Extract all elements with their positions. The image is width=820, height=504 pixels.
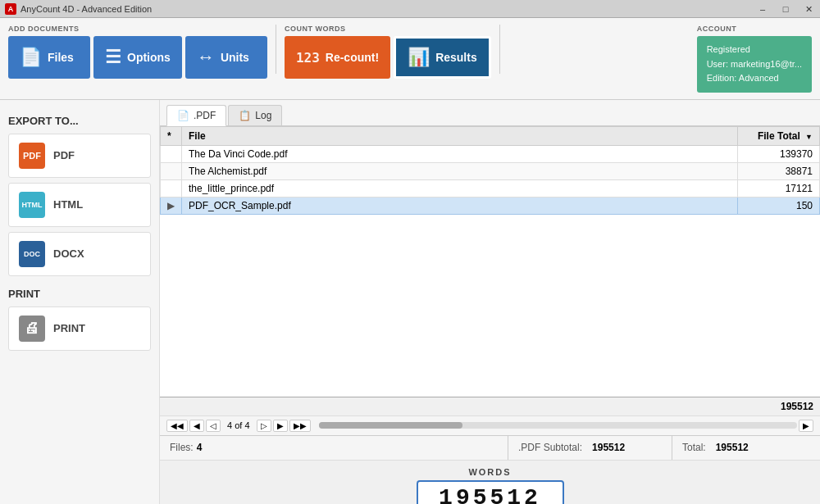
pdf-tab-icon: 📄 xyxy=(177,110,189,121)
row-file: The Da Vinci Code.pdf xyxy=(182,145,738,162)
export-section-title: EXPORT TO... xyxy=(8,115,151,127)
col-indicator: * xyxy=(161,126,182,145)
row-file: The Alchemist.pdf xyxy=(182,162,738,179)
tab-pdf[interactable]: 📄 .PDF xyxy=(166,105,226,126)
title-bar: A AnyCount 4D - Advanced Edition – □ ✕ xyxy=(0,0,820,18)
tab-log[interactable]: 📋 Log xyxy=(228,105,282,125)
html-icon-text: HTML xyxy=(22,201,43,209)
row-file-total: 150 xyxy=(738,197,820,214)
close-button[interactable]: ✕ xyxy=(797,0,820,18)
scrollbar-thumb xyxy=(319,422,462,429)
options-label: Options xyxy=(127,51,171,64)
log-tab-icon: 📋 xyxy=(239,110,251,121)
units-icon: ↔ xyxy=(197,47,215,68)
row-indicator xyxy=(161,145,182,162)
status-bar: Files: 4 .PDF Subtotal: 195512 Total: 19… xyxy=(160,435,820,460)
table-scroll[interactable]: * File File Total ▼ The Da Vinci Code.pd… xyxy=(160,126,820,397)
subtotal-label: .PDF Subtotal: xyxy=(518,442,582,453)
add-documents-label: ADD DOCUMENTS xyxy=(8,25,80,33)
account-registered: Registered xyxy=(707,43,802,57)
add-documents-buttons: 📄 Files ☰ Options ↔ Units xyxy=(8,36,267,79)
recount-button[interactable]: 123 Re-count! xyxy=(285,36,390,79)
sidebar: EXPORT TO... PDF PDF HTML HTML DOC DOCX … xyxy=(0,100,160,504)
log-tab-label: Log xyxy=(255,110,271,121)
add-documents-section: ADD DOCUMENTS 📄 Files ☰ Options ↔ Units xyxy=(8,25,267,79)
toolbar-separator-1 xyxy=(276,25,276,74)
page-first-button[interactable]: ◀◀ xyxy=(166,420,188,432)
page-info: 4 of 4 xyxy=(227,420,250,430)
toolbar-separator-2 xyxy=(499,25,500,74)
words-display: WORDS 195512 xyxy=(160,460,820,504)
row-file-total: 38871 xyxy=(738,162,820,179)
account-section: ACCOUNT Registered User: marketing16@tr.… xyxy=(697,25,812,93)
col-file-total[interactable]: File Total ▼ xyxy=(738,126,820,145)
account-box: Registered User: marketing16@tr... Editi… xyxy=(697,36,812,93)
scroll-right-button[interactable]: ▶ xyxy=(799,420,813,432)
files-label: Files xyxy=(48,51,74,64)
page-last-button[interactable]: ▶▶ xyxy=(289,420,311,432)
results-icon: 📊 xyxy=(408,47,430,68)
print-section-title: PRINT xyxy=(8,288,151,300)
results-button[interactable]: 📊 Results xyxy=(394,36,491,79)
total-label: Total: xyxy=(682,442,706,453)
recount-icon: 123 xyxy=(296,50,320,66)
pdf-label: PDF xyxy=(53,149,75,161)
horizontal-scrollbar[interactable] xyxy=(319,422,797,429)
options-icon: ☰ xyxy=(105,47,121,68)
pdf-icon-text: PDF xyxy=(23,151,41,161)
table-row[interactable]: The Alchemist.pdf 38871 xyxy=(161,162,820,179)
pdf-tab-label: .PDF xyxy=(194,110,216,121)
toolbar: ADD DOCUMENTS 📄 Files ☰ Options ↔ Units … xyxy=(0,18,820,100)
account-user: User: marketing16@tr... xyxy=(707,57,802,72)
docx-label: DOCX xyxy=(53,247,84,260)
table-container: * File File Total ▼ The Da Vinci Code.pd… xyxy=(160,126,820,435)
maximize-button[interactable]: □ xyxy=(774,0,797,18)
words-counter: 195512 xyxy=(417,480,564,504)
export-docx-button[interactable]: DOC DOCX xyxy=(8,232,151,276)
table-row[interactable]: the_little_prince.pdf 17121 xyxy=(161,179,820,197)
export-html-button[interactable]: HTML HTML xyxy=(8,183,151,227)
html-icon: HTML xyxy=(19,192,45,218)
options-button[interactable]: ☰ Options xyxy=(93,36,182,79)
count-words-buttons: 123 Re-count! 📊 Results xyxy=(285,36,491,79)
recount-label: Re-count! xyxy=(326,51,379,64)
table-row[interactable]: ▶ PDF_OCR_Sample.pdf 150 xyxy=(161,197,820,214)
print-label: PRINT xyxy=(53,322,85,334)
table-total-row: 195512 xyxy=(160,397,820,415)
minimize-button[interactable]: – xyxy=(751,0,774,18)
account-label: ACCOUNT xyxy=(697,25,737,33)
print-icon-text: 🖨 xyxy=(25,320,39,337)
main-area: EXPORT TO... PDF PDF HTML HTML DOC DOCX … xyxy=(0,100,820,504)
row-file-total: 17121 xyxy=(738,179,820,197)
row-indicator xyxy=(161,162,182,179)
pdf-icon: PDF xyxy=(19,143,45,169)
row-indicator xyxy=(161,179,182,197)
pagination-bar: ◀◀ ◀ ◁ 4 of 4 ▷ ▶ ▶▶ ▶ xyxy=(160,415,820,435)
files-label: Files: xyxy=(170,442,194,453)
count-words-label: COUNT WORDS xyxy=(285,25,346,33)
files-icon: 📄 xyxy=(20,47,42,68)
content-area: 📄 .PDF 📋 Log * File File Total ▼ xyxy=(160,100,820,504)
total-status: Total: 195512 xyxy=(672,436,820,460)
page-next-button[interactable]: ▷ xyxy=(257,420,271,432)
export-pdf-button[interactable]: PDF PDF xyxy=(8,134,151,178)
row-file: the_little_prince.pdf xyxy=(182,179,738,197)
results-table: * File File Total ▼ The Da Vinci Code.pd… xyxy=(160,126,820,215)
table-row[interactable]: The Da Vinci Code.pdf 139370 xyxy=(161,145,820,162)
print-icon: 🖨 xyxy=(19,316,45,342)
window-controls: – □ ✕ xyxy=(751,0,820,18)
total-value: 195512 xyxy=(716,442,749,453)
print-button[interactable]: 🖨 PRINT xyxy=(8,306,151,351)
page-prev-button[interactable]: ◁ xyxy=(206,420,221,432)
files-button[interactable]: 📄 Files xyxy=(8,36,90,79)
col-file[interactable]: File xyxy=(182,126,738,145)
page-next-group-button[interactable]: ▶ xyxy=(273,420,288,432)
table-total-value: 195512 xyxy=(781,401,813,412)
units-button[interactable]: ↔ Units xyxy=(185,36,267,79)
app-title: AnyCount 4D - Advanced Edition xyxy=(20,4,152,14)
page-prev-group-button[interactable]: ◀ xyxy=(189,420,204,432)
subtotal-value: 195512 xyxy=(592,442,625,453)
units-label: Units xyxy=(221,51,249,64)
words-label: WORDS xyxy=(160,467,820,477)
tabs-bar: 📄 .PDF 📋 Log xyxy=(160,100,820,126)
